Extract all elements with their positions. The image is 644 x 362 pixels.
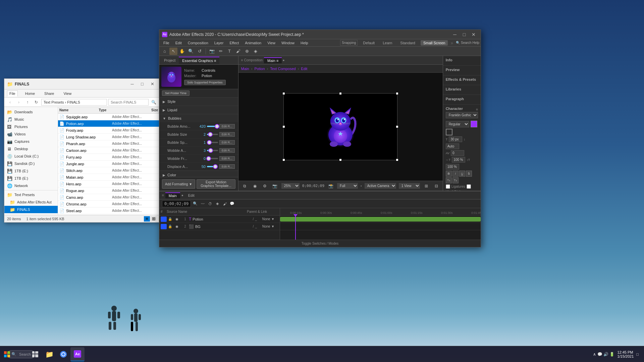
paragraph-panel-title[interactable]: Paragraph: [446, 97, 478, 101]
tl-graph-btn[interactable]: 〰: [200, 201, 206, 207]
font-size-input[interactable]: [449, 136, 462, 142]
search-help[interactable]: 🔍 Search Help: [456, 41, 479, 45]
breadcrumb-main[interactable]: Main: [241, 67, 249, 71]
sidebar-item-music[interactable]: 🎵 Music: [4, 116, 58, 123]
handle-mid-left[interactable]: [282, 125, 285, 128]
ribbon-tab-file[interactable]: File: [7, 90, 18, 97]
maximize-button[interactable]: □: [138, 81, 147, 87]
handle-top-right[interactable]: [396, 92, 398, 95]
sidebar-item-downloads[interactable]: 📂 Downloads: [4, 108, 58, 116]
export-motion-template-button[interactable]: Export Motion Graphics Template...: [197, 179, 235, 189]
grid-view-button[interactable]: ⊞: [151, 216, 157, 222]
bubble-speed-slider[interactable]: [207, 142, 218, 143]
libraries-panel-title[interactable]: Libraries: [446, 87, 478, 91]
up-button[interactable]: ↑: [24, 99, 31, 106]
search-taskbar-icon[interactable]: 🔍 Search: [14, 347, 28, 361]
tl-layer-switch-2[interactable]: /: [253, 225, 254, 228]
tool-camera[interactable]: 📷: [208, 48, 216, 55]
tl-comment-btn[interactable]: 💬: [229, 201, 235, 207]
table-row[interactable]: 📄 Steel.aep Adobe After Effect...: [58, 207, 159, 214]
forward-button[interactable]: ›: [15, 99, 22, 106]
table-row[interactable]: 📄 Potion.aep Adobe After Effect...: [58, 120, 159, 127]
ae-minimize-button[interactable]: ─: [450, 31, 459, 38]
menu-composition[interactable]: Composition: [185, 40, 211, 46]
comp-camera-btn[interactable]: 📷: [271, 182, 279, 190]
bubbles-section-header[interactable]: ▼ Bubbles: [159, 114, 238, 122]
handle-mid-right[interactable]: [396, 125, 398, 128]
refresh-button[interactable]: ↻: [33, 99, 40, 106]
tl-paint-btn[interactable]: 🖌: [222, 201, 228, 207]
scale-h-input[interactable]: [452, 157, 465, 163]
table-row[interactable]: 📄 Malan.aep Adobe After Effect...: [58, 174, 159, 181]
sidebar-item-pictures[interactable]: 🖼 Pictures: [4, 123, 58, 130]
after-effects-taskbar-btn[interactable]: Ae: [70, 347, 85, 361]
bold-button[interactable]: B: [446, 171, 452, 177]
ribbon-tab-view[interactable]: View: [61, 91, 73, 96]
displace-amount-slider[interactable]: [207, 166, 218, 167]
sidebar-item-text-presets[interactable]: 📁 Text Presets: [4, 191, 58, 198]
bubble-size-slider[interactable]: [207, 134, 218, 135]
table-row[interactable]: 📄 Hero.aep Adobe After Effect...: [58, 181, 159, 187]
underline-button[interactable]: U: [459, 171, 465, 177]
wobble-amount-slider[interactable]: [207, 150, 218, 151]
handle-bot-mid[interactable]: [339, 159, 342, 161]
tl-time-btn[interactable]: ⏱: [207, 201, 213, 207]
comp-preview-btn[interactable]: ⧉: [241, 182, 249, 190]
chrome-taskbar-btn[interactable]: [56, 347, 70, 361]
tab-essential-graphics[interactable]: Essential Graphics ≡: [179, 57, 219, 64]
wobble-amount-thumb[interactable]: [208, 148, 213, 153]
subscript-button[interactable]: Ts: [452, 177, 459, 183]
menu-animation[interactable]: Animation: [242, 40, 264, 46]
handle-bot-right[interactable]: [396, 159, 398, 161]
sidebar-item-1tb-e1[interactable]: 💾 1TB (E:): [4, 167, 58, 175]
workspace-learn[interactable]: Learn: [380, 40, 395, 46]
workspace-default[interactable]: Default: [360, 40, 377, 46]
list-view-button[interactable]: ≡: [144, 216, 150, 222]
info-panel-title[interactable]: Info: [446, 58, 478, 62]
tl-layer-vis-1[interactable]: [161, 217, 167, 222]
menu-effect[interactable]: Effect: [227, 40, 241, 46]
wobble-freq-thumb[interactable]: [206, 156, 211, 161]
comp-main-tab[interactable]: Main ≡: [264, 57, 282, 63]
bubble-speed-thumb[interactable]: [207, 140, 212, 145]
stroke-color-swatch[interactable]: [446, 129, 452, 135]
character-menu-icon[interactable]: ≡: [476, 108, 478, 111]
tool-text[interactable]: T: [225, 48, 233, 55]
font-style-selector[interactable]: Regular: [446, 121, 469, 127]
snapping-toggle[interactable]: Snapping: [340, 40, 358, 46]
tl-layer-parent-1[interactable]: None ▼: [258, 217, 278, 221]
table-row[interactable]: 📄 Cartoon.aep Adobe After Effect...: [58, 147, 159, 154]
comp-capture-btn[interactable]: 📸: [327, 182, 334, 190]
ae-close-button[interactable]: ✕: [469, 31, 478, 38]
comp-toggle-btn[interactable]: ◉: [251, 182, 259, 190]
table-row[interactable]: 📄 Frosty.aep Adobe After Effect...: [58, 127, 159, 134]
table-row[interactable]: 📄 Camo.aep Adobe After Effect...: [58, 194, 159, 201]
handle-top-mid[interactable]: [339, 92, 342, 95]
tl-layer-lock-2[interactable]: 🔒: [168, 225, 174, 228]
quality-selector[interactable]: Full Half Quarter: [337, 183, 358, 189]
bubble-amount-slider[interactable]: [207, 126, 218, 127]
table-row[interactable]: 📄 Chrome.aep Adobe After Effect...: [58, 201, 159, 207]
tool-home[interactable]: ⌂: [161, 48, 169, 55]
workspace-standard[interactable]: Standard: [397, 40, 418, 46]
handle-bot-left[interactable]: [282, 159, 285, 161]
sidebar-item-videos[interactable]: 📹 Videos: [4, 130, 58, 138]
close-button[interactable]: ✕: [148, 81, 157, 87]
file-explorer-taskbar-btn[interactable]: 📁: [42, 347, 56, 361]
style-section-header[interactable]: ▶ Style: [159, 98, 238, 106]
tool-clone[interactable]: ⊕: [243, 48, 251, 55]
bubble-size-thumb[interactable]: [208, 132, 213, 137]
menu-view[interactable]: View: [265, 40, 278, 46]
search-input[interactable]: [108, 99, 149, 106]
tl-layer-lock-1[interactable]: 🔒: [168, 217, 174, 221]
tl-layer-parent-2[interactable]: None ▼: [258, 225, 278, 228]
text-color-swatch[interactable]: [471, 121, 477, 127]
table-row[interactable]: 📄 Pharoh.aep Adobe After Effect...: [58, 140, 159, 147]
strikethrough-button[interactable]: S̶: [466, 171, 472, 177]
set-poster-time-button[interactable]: Set Poster Time: [162, 90, 190, 96]
bubble-speed-edit-button[interactable]: Edit R...: [219, 140, 235, 145]
breadcrumb-text-composed[interactable]: Text Composed: [270, 67, 296, 71]
menu-layer[interactable]: Layer: [212, 40, 226, 46]
font-selector[interactable]: Franklin Gothic B...: [446, 112, 478, 118]
comp-grid-btn[interactable]: ⊟: [433, 182, 440, 190]
